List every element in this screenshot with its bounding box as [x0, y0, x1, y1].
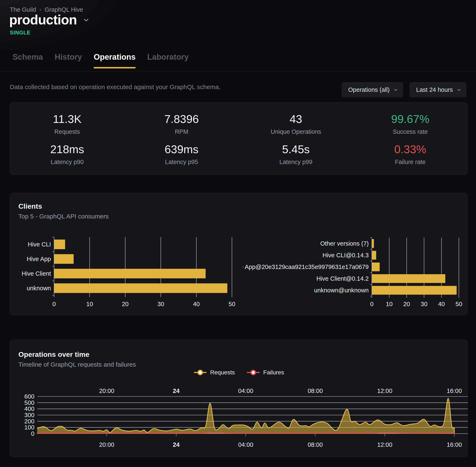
tab-laboratory[interactable]: Laboratory — [147, 52, 188, 68]
svg-text:Hive Client: Hive Client — [22, 270, 51, 277]
stat-value: 218ms — [50, 143, 84, 156]
svg-text:400: 400 — [25, 405, 34, 412]
stat-value: 0.33% — [394, 143, 426, 156]
operations-over-time-card: Operations over time Timeline of GraphQL… — [10, 340, 468, 457]
tab-operations[interactable]: Operations — [94, 52, 136, 68]
stat-failure-rate: 0.33%Failure rate — [353, 139, 467, 169]
tab-bar: SchemaHistoryOperationsLaboratory — [13, 52, 189, 68]
svg-text:16:00: 16:00 — [447, 441, 462, 448]
svg-text:Hive App@20e3129caa921c35e9979: Hive App@20e3129caa921c35e9979631e17a067… — [243, 264, 369, 270]
stat-latency-p95: 639msLatency p95 — [124, 139, 239, 169]
stat-latency-p99: 5.45sLatency p99 — [239, 139, 353, 169]
stat-value: 99.67% — [391, 113, 429, 125]
stat-label: Latency p95 — [165, 159, 198, 166]
svg-text:20: 20 — [403, 301, 410, 307]
svg-text:16:00: 16:00 — [447, 388, 462, 394]
stat-requests: 11.3KRequests — [10, 109, 124, 139]
svg-text:40: 40 — [438, 301, 445, 307]
legend-marker-icon — [194, 369, 207, 376]
ops-card-title: Operations over time — [18, 350, 136, 359]
stat-value: 11.3K — [53, 113, 81, 125]
stat-value: 7.8396 — [164, 113, 199, 125]
stat-label: Unique Operations — [271, 128, 321, 135]
tab-history[interactable]: History — [55, 52, 82, 68]
svg-text:08:00: 08:00 — [308, 441, 323, 448]
clients-card: Clients Top 5 - GraphQL API consumers 01… — [10, 193, 468, 315]
stat-label: Latency p90 — [51, 159, 84, 166]
svg-text:Other versions (7): Other versions (7) — [320, 240, 369, 247]
stat-success-rate: 99.67%Success rate — [353, 109, 467, 139]
svg-text:Hive CLI@0.14.3: Hive CLI@0.14.3 — [323, 252, 369, 259]
timeline-legend: RequestsFailures — [10, 369, 467, 376]
operations-timeline-chart: 010020030040050060020:0020:00242404:0004… — [13, 386, 470, 455]
stat-label: Requests — [54, 128, 80, 135]
operations-filter-dropdown[interactable]: Operations (all) — [342, 82, 403, 97]
stat-value: 639ms — [165, 143, 198, 156]
svg-text:12:00: 12:00 — [377, 388, 393, 394]
stat-label: Failure rate — [395, 159, 426, 166]
chevron-down-icon — [394, 88, 397, 91]
clients-card-subtitle: Top 5 - GraphQL API consumers — [18, 213, 108, 220]
stat-label: Success rate — [393, 128, 428, 135]
page-title: production — [9, 12, 77, 27]
stat-latency-p90: 218msLatency p90 — [10, 139, 124, 169]
svg-text:50: 50 — [456, 301, 462, 307]
ops-card-subtitle: Timeline of GraphQL requests and failure… — [18, 361, 136, 368]
stats-card: 11.3KRequests7.8396RPM43Unique Operation… — [10, 102, 468, 175]
svg-text:100: 100 — [25, 424, 34, 431]
tab-schema[interactable]: Schema — [13, 52, 43, 68]
svg-text:0: 0 — [370, 301, 373, 307]
svg-text:30: 30 — [158, 301, 164, 307]
clients-card-title: Clients — [18, 202, 108, 210]
svg-text:04:00: 04:00 — [238, 388, 253, 394]
legend-item-requests[interactable]: Requests — [194, 369, 235, 376]
svg-text:200: 200 — [25, 418, 34, 425]
stat-value: 43 — [290, 113, 302, 125]
svg-text:24: 24 — [173, 441, 180, 448]
stat-rpm: 7.8396RPM — [124, 109, 239, 139]
svg-text:04:00: 04:00 — [238, 441, 253, 448]
svg-text:12:00: 12:00 — [377, 441, 393, 448]
collection-description: Data collected based on operation execut… — [10, 83, 221, 91]
svg-text:Hive App: Hive App — [27, 256, 51, 262]
svg-text:10: 10 — [386, 301, 393, 307]
svg-text:Hive CLI: Hive CLI — [28, 241, 51, 248]
chevron-down-icon — [457, 88, 461, 91]
svg-text:20:00: 20:00 — [99, 441, 114, 448]
svg-text:unknown: unknown — [27, 285, 51, 292]
stat-label: Latency p99 — [279, 159, 312, 166]
svg-text:20:00: 20:00 — [99, 388, 114, 394]
chevron-down-icon — [84, 17, 89, 22]
legend-marker-icon — [247, 369, 260, 376]
stat-label: RPM — [175, 128, 188, 135]
filter-controls: Operations (all) Last 24 hours — [342, 82, 466, 97]
target-mode-badge: SINGLE — [10, 30, 30, 36]
target-selector[interactable]: production — [9, 12, 87, 27]
period-filter-dropdown[interactable]: Last 24 hours — [410, 82, 466, 97]
svg-text:unknown@unknown: unknown@unknown — [314, 287, 369, 294]
svg-text:08:00: 08:00 — [308, 388, 323, 394]
stat-unique-operations: 43Unique Operations — [239, 109, 353, 139]
svg-text:24: 24 — [173, 388, 180, 394]
svg-text:30: 30 — [421, 301, 427, 307]
svg-text:0: 0 — [53, 301, 56, 307]
svg-text:500: 500 — [25, 399, 34, 406]
svg-text:50: 50 — [229, 301, 235, 307]
tabs-divider — [0, 71, 476, 72]
svg-text:0: 0 — [31, 430, 34, 437]
svg-text:Hive Client@0.14.2: Hive Client@0.14.2 — [317, 275, 369, 282]
svg-text:10: 10 — [86, 301, 93, 307]
clients-by-name-bar-chart: 01020304050Hive CLIHive AppHive Clientun… — [18, 234, 242, 311]
svg-text:600: 600 — [25, 393, 34, 400]
stat-value: 5.45s — [282, 143, 310, 156]
svg-text:40: 40 — [193, 301, 199, 307]
clients-by-version-bar-chart: 01020304050Other versions (7)Hive CLI@0.… — [243, 234, 468, 311]
legend-item-failures[interactable]: Failures — [247, 369, 284, 376]
svg-text:20: 20 — [122, 301, 129, 307]
svg-text:300: 300 — [25, 412, 34, 418]
